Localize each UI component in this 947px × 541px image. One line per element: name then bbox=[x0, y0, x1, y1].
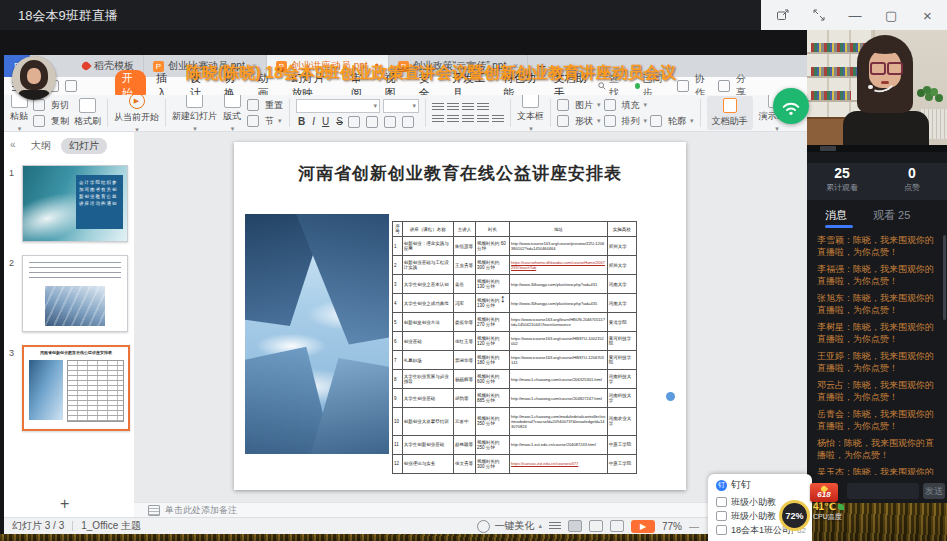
slide-sorter-view-button[interactable] bbox=[589, 520, 603, 532]
font-color-icon[interactable] bbox=[348, 116, 360, 128]
table-cell: 大学生创业基础 bbox=[402, 389, 453, 408]
align-right-icon[interactable] bbox=[462, 115, 474, 124]
table-cell: http://mooc1.chaoxing.com/course/2063253… bbox=[510, 370, 608, 389]
tab-viewers[interactable]: 观看 25 bbox=[873, 208, 910, 223]
arrange-icon bbox=[604, 115, 616, 127]
webcam-video[interactable] bbox=[807, 30, 947, 145]
doc-assistant-button[interactable]: 文档助手 bbox=[707, 96, 753, 130]
reset-button[interactable]: 重置 bbox=[247, 99, 283, 112]
notes-toggle-icon[interactable] bbox=[549, 522, 561, 531]
fill-button[interactable]: 填充 bbox=[604, 99, 648, 112]
slide-thumbnail-2[interactable] bbox=[22, 255, 128, 332]
subscript-icon[interactable] bbox=[384, 116, 396, 128]
layout-button[interactable]: 版式 bbox=[223, 95, 241, 132]
chat-bubble-icon bbox=[716, 511, 727, 521]
align-center-icon[interactable] bbox=[447, 115, 459, 124]
zoom-out-button[interactable]: — bbox=[689, 521, 699, 532]
slideshow-button[interactable]: ▶ bbox=[631, 520, 655, 533]
beautify-icon bbox=[477, 520, 490, 533]
tab-outline[interactable]: 大纲 bbox=[31, 139, 51, 153]
play-from-current-button[interactable]: ▶从当前开始 bbox=[114, 95, 159, 132]
video-control-icon[interactable] bbox=[820, 146, 836, 151]
shapes-button[interactable]: 形状 bbox=[557, 115, 601, 128]
slide-number: 1 bbox=[9, 168, 14, 178]
active-tab-underline bbox=[825, 225, 853, 228]
wifi-status-ball[interactable] bbox=[773, 88, 809, 124]
fill-icon bbox=[604, 99, 616, 111]
text-box-button[interactable]: 文本框 bbox=[517, 95, 544, 132]
strikethrough-button[interactable]: S bbox=[334, 116, 345, 127]
redo-icon[interactable] bbox=[65, 80, 77, 92]
table-cell: 元富中 bbox=[453, 408, 475, 436]
paste-button[interactable]: 粘贴 bbox=[10, 95, 28, 132]
tab-slides[interactable]: 幻灯片 bbox=[61, 138, 107, 154]
chat-input[interactable] bbox=[847, 483, 919, 499]
table-cell: 创业基础 bbox=[402, 332, 453, 351]
current-slide[interactable]: 河南省创新创业教育在线公益讲座安排表 序号讲座（课程）名称主讲人时长地址实施高校… bbox=[234, 142, 686, 490]
shape-outline-icon bbox=[650, 115, 662, 127]
performance-ball[interactable]: 72% bbox=[779, 500, 810, 531]
zoom-level[interactable]: 77% bbox=[662, 521, 682, 532]
minimize-button[interactable]: — bbox=[848, 8, 863, 23]
cpu-temp-overlay: 41℃ CPU温度 bbox=[813, 501, 844, 522]
table-cell: 12 bbox=[393, 454, 403, 473]
notes-bar[interactable]: 单击此处添加备注 bbox=[134, 502, 807, 517]
font-family-select[interactable] bbox=[296, 99, 380, 113]
arrange-button[interactable]: 排列 bbox=[604, 115, 648, 128]
table-cell: 大学生创新创业基础 bbox=[402, 435, 453, 454]
new-slide-button[interactable]: 新建幻灯片 bbox=[172, 95, 217, 132]
table-cell: 中原工学院 bbox=[607, 435, 636, 454]
justify-icon[interactable] bbox=[477, 115, 489, 124]
maximize-button[interactable]: ▢ bbox=[884, 8, 899, 23]
headset-mic-tip bbox=[868, 85, 873, 89]
festival-badge[interactable]: 618 bbox=[810, 483, 838, 502]
decrease-indent-icon[interactable] bbox=[462, 103, 474, 112]
table-cell: 5 bbox=[393, 313, 403, 332]
fullscreen-expand-icon[interactable] bbox=[811, 8, 826, 23]
tab-messages[interactable]: 消息 bbox=[825, 208, 847, 223]
increase-indent-icon[interactable] bbox=[477, 103, 489, 112]
cut-button[interactable]: 剪切 bbox=[33, 99, 69, 112]
add-slide-button[interactable]: + bbox=[60, 495, 69, 513]
font-size-select[interactable] bbox=[383, 99, 419, 113]
presenter-body bbox=[843, 111, 929, 145]
send-button[interactable]: 发送 bbox=[923, 483, 945, 499]
table-cell: 黄河科技学院 bbox=[607, 332, 636, 351]
chat-message: 岳青会：陈晓，我来围观你的直播啦，为你点赞！ bbox=[817, 408, 938, 432]
buildings-photo bbox=[29, 360, 63, 420]
picture-button[interactable]: 图片 bbox=[557, 99, 601, 112]
window-title: 18会本9班群直播 bbox=[18, 7, 118, 25]
art-shape bbox=[293, 214, 389, 344]
reading-view-button[interactable] bbox=[610, 520, 624, 532]
outline-button[interactable]: 轮廓 bbox=[650, 115, 694, 128]
theme-name[interactable]: 1_Office 主题 bbox=[81, 519, 141, 533]
slide-thumbnail-1[interactable]: 会计学院组织参加河南省有关创新创业教育公益讲座活动的通知 bbox=[22, 165, 128, 242]
sky-buildings-photo bbox=[245, 214, 389, 454]
numbered-list-icon[interactable] bbox=[447, 103, 459, 112]
collapse-panel-icon[interactable]: « bbox=[10, 139, 16, 150]
streamer-avatar-bubble[interactable] bbox=[12, 56, 56, 100]
chat-message-list[interactable]: 李雪颖：陈晓，我来围观你的直播啦，为你点赞！李福强：陈晓，我来围观你的直播啦，为… bbox=[807, 230, 942, 475]
chat-scrollbar[interactable] bbox=[943, 235, 946, 320]
close-button[interactable]: × bbox=[920, 8, 935, 23]
align-left-icon[interactable] bbox=[432, 115, 444, 124]
popout-window-icon[interactable] bbox=[775, 8, 790, 23]
italic-button[interactable]: I bbox=[310, 116, 317, 127]
format-painter-button[interactable]: 格式刷 bbox=[74, 98, 101, 128]
line-spacing-icon[interactable] bbox=[492, 115, 504, 124]
slide-thumbnail-3-selected[interactable]: 河南省创新创业教育在线公益讲座安排表 bbox=[22, 345, 130, 431]
chat-message: 李福强：陈晓，我来围观你的直播啦，为你点赞！ bbox=[817, 263, 938, 287]
dingtalk-header: 钉 钉钉 bbox=[716, 478, 806, 492]
underline-button[interactable]: U bbox=[320, 116, 331, 127]
normal-view-button[interactable] bbox=[568, 520, 582, 532]
superscript-icon[interactable] bbox=[366, 116, 378, 128]
copy-button[interactable]: 复制 bbox=[33, 115, 69, 128]
docer-flame-icon bbox=[80, 60, 91, 71]
section-button[interactable]: 节 bbox=[247, 115, 283, 128]
text-effects-icon[interactable] bbox=[402, 116, 414, 128]
bullet-list-icon[interactable] bbox=[432, 103, 444, 112]
bold-button[interactable]: B bbox=[296, 116, 307, 127]
table-cell: 河南科技大学 bbox=[607, 370, 636, 389]
beautify-button[interactable]: 一键美化 ▴ bbox=[477, 519, 542, 533]
table-cell: http://www.icourse163.org/course/preview… bbox=[510, 237, 608, 256]
